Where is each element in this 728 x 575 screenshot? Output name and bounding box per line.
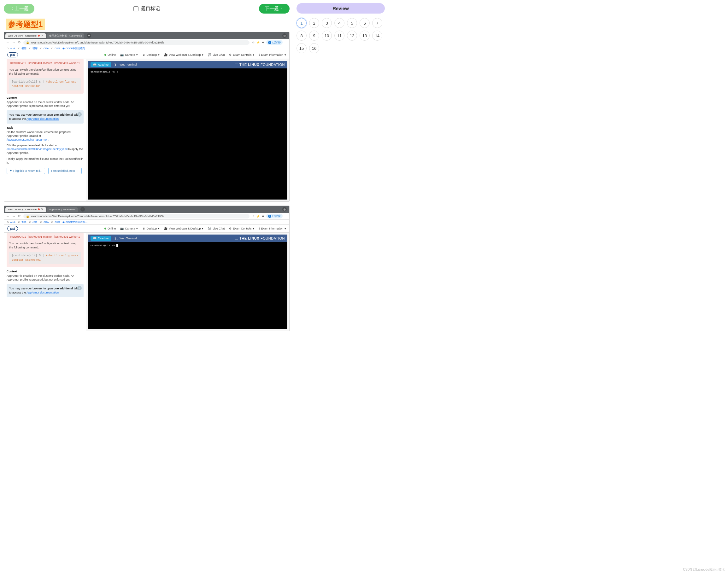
title-badge: 参考题型1	[6, 19, 45, 30]
next-button[interactable]: 下一题 〉	[259, 4, 290, 13]
cluster-link[interactable]: kssh00401-worker 1	[54, 62, 80, 65]
bookmark-item[interactable]: ◉CDCE中国远程与...	[62, 47, 87, 50]
bolt-icon[interactable]: ⚡	[256, 41, 260, 44]
psi-chat[interactable]: 💬Live Chat	[208, 53, 225, 57]
forward-icon[interactable]: →	[12, 214, 15, 218]
status-dot-icon	[104, 54, 106, 56]
cluster-link[interactable]: KSSH00401	[10, 62, 26, 65]
window-control-icon[interactable]: ⊕	[282, 33, 287, 38]
bookmark-item[interactable]: 🗀work	[7, 221, 15, 224]
window-control-icon[interactable]: ⊕	[282, 207, 287, 211]
bolt-icon[interactable]: ⚡	[256, 215, 260, 218]
satisfied-next-button[interactable]: I am satisfied, next→	[48, 168, 82, 174]
psi-webcam[interactable]: 🎥View Webcam & Desktop▾	[164, 227, 203, 230]
question-number-5[interactable]: 5	[347, 18, 357, 28]
cluster-link[interactable]: kssh00401-worker 1	[54, 235, 80, 238]
close-icon[interactable]: ✕	[41, 208, 43, 211]
bookmark-item[interactable]: ◉CDCE中国远程与...	[62, 221, 87, 224]
apparmor-doc-link[interactable]: AppArmor documentation	[27, 291, 59, 294]
psi-logo: psi	[7, 52, 18, 57]
back-icon[interactable]: ←	[6, 41, 9, 44]
book-icon: 📖	[93, 237, 97, 240]
extension-icon[interactable]: ✱	[262, 215, 264, 218]
psi-webcam[interactable]: 🎥View Webcam & Desktop▾	[164, 53, 203, 57]
question-number-10[interactable]: 10	[322, 31, 332, 41]
prev-button[interactable]: 〈 上一题	[4, 4, 34, 13]
bookmark-item[interactable]: 🗀书签	[18, 47, 27, 50]
chevron-down-icon: ▾	[158, 53, 160, 57]
star-icon[interactable]: ☆	[252, 41, 255, 44]
question-number-4[interactable]: 4	[334, 18, 344, 28]
question-number-1[interactable]: 1	[296, 18, 307, 28]
review-title[interactable]: Review	[296, 3, 385, 13]
psi-controls[interactable]: ⚙Exam Controls▾	[229, 227, 254, 230]
psi-controls[interactable]: ⚙Exam Controls▾	[229, 53, 254, 57]
question-number-7[interactable]: 7	[372, 18, 382, 28]
psi-info[interactable]: ℹExam Information▾	[259, 227, 286, 230]
psi-desktop[interactable]: 🖥Desktop▾	[142, 53, 160, 57]
star-icon[interactable]: ☆	[252, 215, 255, 218]
webterminal-tab[interactable]: ❯_Web Terminal	[114, 237, 137, 240]
question-number-3[interactable]: 3	[322, 18, 332, 28]
question-number-13[interactable]: 13	[359, 31, 370, 41]
url-field[interactable]: 🔒 examslocal.com/WebDelivery/Home/Candid…	[23, 214, 250, 218]
terminal-output[interactable]: candidate@cli:~$ .	[88, 242, 287, 329]
question-number-9[interactable]: 9	[309, 31, 319, 41]
flag-button[interactable]: ⚑Flag this to return to l...	[7, 168, 45, 174]
question-number-14[interactable]: 14	[372, 31, 382, 41]
question-number-11[interactable]: 11	[334, 31, 344, 41]
psi-chat[interactable]: 💬Live Chat	[208, 227, 225, 230]
readme-tab[interactable]: 📖Readme	[91, 62, 111, 67]
path-link-1: /etc/apparmor.d/nginx_apparmor .	[7, 138, 49, 141]
info-icon: i	[77, 112, 82, 116]
bookmark-item[interactable]: 🗀CKA	[40, 47, 49, 50]
bookmark-item[interactable]: 🗀程序	[29, 221, 37, 224]
browser-tab-active[interactable]: Web Delivery - Candidate ✕	[5, 33, 46, 38]
reload-icon[interactable]: ⟳	[18, 214, 21, 218]
readme-tab[interactable]: 📖Readme	[91, 236, 111, 241]
psi-desktop[interactable]: 🖥Desktop▾	[142, 227, 160, 230]
mark-question[interactable]: 题目标记	[133, 6, 160, 12]
folder-icon: 🗀	[40, 221, 42, 224]
webterminal-tab[interactable]: ❯_Web Terminal	[114, 63, 137, 66]
browser-tab-inactive[interactable]: 使用准入控制器 | Kubernetes	[47, 33, 84, 38]
menu-icon[interactable]: ⋮	[285, 215, 287, 218]
bookmark-item[interactable]: 🗀CKA	[40, 221, 49, 224]
cluster-link[interactable]: kssh00401-master	[28, 235, 52, 238]
question-number-6[interactable]: 6	[359, 18, 370, 28]
back-icon[interactable]: ←	[6, 214, 9, 218]
question-number-12[interactable]: 12	[347, 31, 357, 41]
question-number-16[interactable]: 16	[309, 43, 319, 53]
psi-camera[interactable]: 📷Camera▾	[120, 53, 138, 57]
address-bar: ← → ⟳ 🔒 examslocal.com/WebDelivery/Home/…	[4, 213, 289, 220]
next-label: 下一题	[265, 6, 279, 12]
terminal-prompt: candidate@cli:~$	[91, 244, 115, 247]
new-tab-icon[interactable]: +	[87, 33, 91, 38]
cluster-link[interactable]: kssh00401-master	[28, 62, 52, 65]
paused-pill[interactable]: i已暂停	[266, 40, 283, 45]
browser-tab-inactive[interactable]: AppArmor | Kubernetes	[47, 207, 78, 212]
forward-icon[interactable]: →	[12, 41, 15, 44]
browser-tab-active[interactable]: Web Delivery - Candidate ✕	[5, 207, 46, 212]
reload-icon[interactable]: ⟳	[18, 40, 21, 44]
bookmark-item[interactable]: 🗀程序	[29, 47, 37, 50]
cluster-link[interactable]: KSSH00401	[10, 235, 26, 238]
psi-info[interactable]: ℹExam Information▾	[259, 53, 286, 57]
url-field[interactable]: 🔒 examslocal.com/WebDelivery/Home/Candid…	[23, 40, 250, 45]
mark-checkbox[interactable]	[133, 6, 138, 11]
bookmark-item[interactable]: 🗀CKS	[51, 221, 60, 224]
question-number-15[interactable]: 15	[296, 43, 307, 53]
close-icon[interactable]: ✕	[41, 34, 43, 37]
menu-icon[interactable]: ⋮	[285, 41, 287, 44]
psi-camera[interactable]: 📷Camera▾	[120, 227, 138, 230]
terminal-output[interactable]: candidate@cli:~$ ▯	[88, 68, 287, 200]
new-tab-icon[interactable]: +	[81, 207, 85, 211]
question-number-2[interactable]: 2	[309, 18, 319, 28]
bookmark-item[interactable]: 🗀CKS	[51, 47, 60, 50]
apparmor-doc-link[interactable]: AppArmor documentation	[27, 117, 59, 121]
bookmark-item[interactable]: 🗀work	[7, 47, 15, 50]
bookmark-item[interactable]: 🗀书签	[18, 221, 27, 224]
question-number-8[interactable]: 8	[296, 31, 307, 41]
extension-icon[interactable]: ✱	[262, 41, 264, 44]
paused-pill[interactable]: i已暂停	[266, 214, 283, 218]
